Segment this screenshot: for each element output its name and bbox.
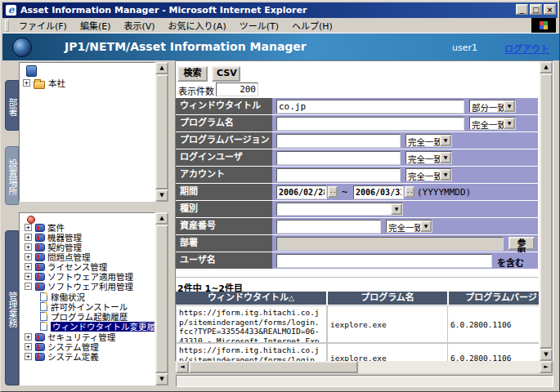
menu-favorites[interactable]: お気に入り(A) [162,17,233,33]
close-button[interactable]: × [544,4,556,15]
form-row-program-version: プログラムバージョン 完全一致▼ [176,132,538,149]
program-name-input[interactable] [276,117,464,131]
window-title-match-select[interactable]: 部分一致▼ [469,100,516,113]
field-label: 種別 [176,201,272,217]
dropdown-arrow-icon: ▼ [440,152,451,163]
field-label: プログラムバージョン [176,132,272,149]
display-count-input[interactable] [216,82,258,96]
form-row-program-name: プログラム名 完全一致▼ [176,115,538,131]
form-row-login-user: ログインユーザ 完全一致▼ [176,149,538,166]
scroll-down-icon[interactable]: ▼ [155,189,168,202]
book-icon [35,224,45,232]
logout-link[interactable]: ログアウト [504,42,549,55]
status-strip [176,375,553,387]
calendar-picker-icon[interactable]: .. [405,186,414,198]
program-name-match-select[interactable]: 完全一致▼ [469,117,516,130]
tree-expand-icon[interactable]: + [25,343,32,350]
form-row-type: 種別 ▼ [176,201,538,217]
book-icon [35,253,45,261]
main-vertical-scrollbar[interactable]: ▲ ▼ [540,61,553,361]
scrollbar-thumb[interactable] [155,225,168,373]
tree-root-icon [27,216,35,224]
tree-expand-icon[interactable]: + [25,333,32,341]
logged-in-user: user1 [452,42,477,53]
contains-suffix: を含む [497,256,524,269]
menu-help[interactable]: ヘルプ(H) [285,17,339,33]
program-version-match-select[interactable]: 完全一致▼ [405,134,452,147]
csv-button[interactable]: CSV [212,66,240,82]
folder-icon [34,81,45,89]
field-label: プログラム名 [176,115,272,131]
scrollbar-thumb[interactable] [540,74,553,349]
tree-expand-icon[interactable]: + [23,79,30,87]
tree-expand-icon[interactable]: + [25,253,32,261]
scroll-right-icon[interactable]: ► [540,361,553,373]
menu-tools[interactable]: ツール(T) [233,17,285,33]
results-table: ウィンドウタイトル△ プログラム名 プログラムバージョン https://jfo… [176,292,539,361]
account-input[interactable] [276,168,401,182]
tree-expand-icon[interactable]: + [25,224,32,231]
scroll-left-icon[interactable]: ◄ [176,361,189,373]
type-select[interactable]: ▼ [276,203,403,216]
minimize-button[interactable]: _ [516,4,528,15]
asset-number-input[interactable] [276,220,381,234]
task-tree-panel: +案件 +機器管理 +契約管理 +問題点管理 +ライセンス管理 +ソフトウェア適… [19,212,155,385]
department-tree-panel: + 本社 [19,62,155,202]
tree-expand-icon[interactable]: + [25,243,32,251]
form-row-asset-number: 資産番号 完全一致▼ [176,218,538,234]
maximize-button[interactable]: □ [530,4,542,15]
tree-expand-icon[interactable]: + [25,234,32,241]
account-match-select[interactable]: 完全一致▼ [405,168,452,181]
tab-location[interactable]: 設置場所 [5,146,19,205]
scroll-down-icon[interactable]: ▼ [155,373,168,385]
calendar-picker-icon[interactable]: .. [328,186,338,198]
page-icon [40,312,47,321]
result-cell-window-title: https://jform.itg.hitachi.co.jp/sitemind… [176,305,327,343]
page-icon [40,322,47,331]
period-from-input[interactable] [276,185,327,199]
scroll-up-icon[interactable]: ▲ [540,61,553,74]
main-horizontal-scrollbar[interactable]: ◄ ► [176,361,553,373]
task-tree-scrollbar[interactable]: ▲ ▼ [155,212,168,385]
scrollbar-thumb[interactable] [189,361,358,373]
scroll-up-icon[interactable]: ▲ [155,212,168,225]
period-to-input[interactable] [353,185,404,199]
result-cell-program: iexplore.exe [327,305,448,343]
tree-collapse-icon[interactable]: − [25,283,32,290]
dropdown-arrow-icon: ▼ [504,118,515,129]
form-row-user-name: ユーザ名 を含む [176,252,538,269]
user-name-input[interactable] [276,254,492,268]
tree-expand-icon[interactable]: + [25,263,32,270]
column-header-program[interactable]: プログラム名 [328,292,447,305]
tab-management-tasks[interactable]: 管理業務 [5,230,19,385]
window-title-input[interactable] [276,100,464,114]
window-title: Asset Information Manager - Microsoft In… [20,5,307,16]
program-version-input[interactable] [276,134,401,148]
menu-edit[interactable]: 編集(E) [74,17,118,33]
search-button[interactable]: 検索 [177,66,208,82]
book-icon [35,263,45,271]
browse-button[interactable]: 参照 [508,237,535,250]
tree-expand-icon[interactable]: + [25,353,32,360]
asset-number-match-select[interactable]: 完全一致▼ [386,220,432,233]
tab-department[interactable]: 部署 [5,80,19,131]
tree-root-icon [26,65,37,77]
result-cell-window-title: https://jform.itg.hitachi.co.jp/sitemind… [176,343,327,361]
menu-bar: ファイル(F) 編集(E) 表示(V) お気に入り(A) ツール(T) ヘルプ(… [2,18,558,33]
scroll-down-icon[interactable]: ▼ [540,349,553,361]
login-user-input[interactable] [276,151,401,165]
department-tree-scrollbar[interactable]: ▲ ▼ [155,62,168,202]
column-header-window-title[interactable]: ウィンドウタイトル△ [176,292,326,305]
column-header-version[interactable]: プログラムバージョン [449,292,539,305]
dropdown-arrow-icon: ▼ [391,203,402,215]
scroll-up-icon[interactable]: ▲ [155,62,168,74]
login-user-match-select[interactable]: 完全一致▼ [405,151,452,164]
dropdown-arrow-icon: ▼ [440,169,451,180]
tree-expand-icon[interactable]: + [25,273,32,280]
divider [176,277,538,280]
field-label: ログインユーザ [176,149,272,166]
menu-view[interactable]: 表示(V) [117,17,161,33]
menu-file[interactable]: ファイル(F) [12,17,74,33]
ie-logo-icon: e [6,5,16,16]
scrollbar-thumb[interactable] [155,74,168,189]
